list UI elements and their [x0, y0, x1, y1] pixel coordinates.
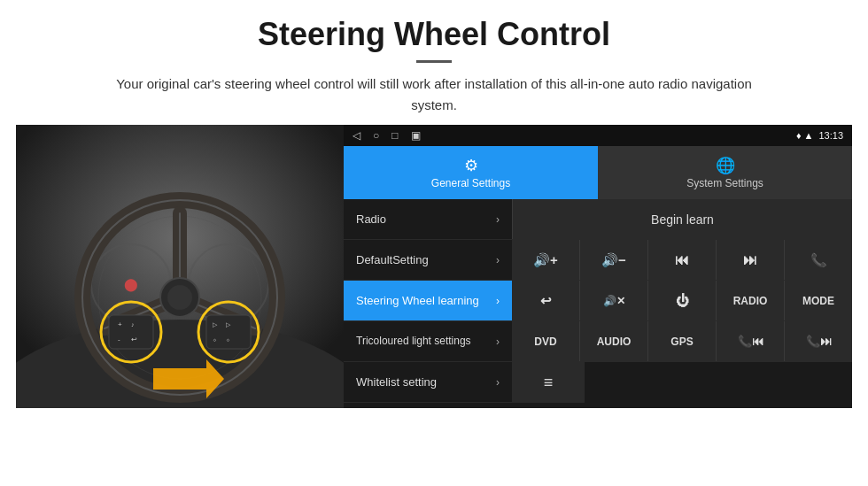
controls-row-3: DVD AUDIO GPS 📞⏮ 📞⏭: [512, 321, 852, 362]
prev-track-icon: ⏮: [675, 252, 689, 268]
title-divider: [416, 60, 452, 63]
next-track-button[interactable]: ⏭: [717, 240, 785, 280]
menu-nav-icon[interactable]: ▣: [411, 129, 421, 142]
status-bar-right: ♦ ▲ 13:13: [796, 130, 843, 141]
gps-label: GPS: [670, 336, 693, 348]
general-settings-icon: ⚙: [464, 156, 478, 175]
prev-track-button[interactable]: ⏮: [648, 240, 717, 280]
svg-rect-10: [109, 315, 153, 349]
menu-item-radio-label: Radio: [356, 212, 386, 227]
content-section: ⬤ + -: [0, 125, 868, 486]
menu-item-whitelist[interactable]: Whitelist setting ›: [344, 362, 512, 403]
tab-general-label: General Settings: [431, 177, 510, 189]
list-icon: ≡: [544, 374, 554, 392]
radio-button[interactable]: RADIO: [717, 281, 785, 320]
phone-prev-icon: 📞⏮: [738, 335, 763, 348]
steering-wheel-image: ⬤ + -: [16, 125, 344, 408]
mute-button[interactable]: 🔊✕: [580, 281, 648, 320]
tab-general[interactable]: ⚙ General Settings: [344, 146, 598, 199]
controls-row-top: Begin learn: [512, 199, 852, 240]
volume-down-icon: 🔊−: [601, 252, 626, 268]
back-nav-icon[interactable]: ◁: [353, 129, 360, 142]
status-bar: ◁ ○ □ ▣ ♦ ▲ 13:13: [344, 125, 852, 146]
power-icon: ⏻: [676, 293, 689, 308]
phone-button[interactable]: 📞: [785, 240, 852, 280]
phone-next-button[interactable]: 📞⏭: [785, 321, 852, 361]
subtitle: Your original car's steering wheel contr…: [115, 73, 753, 116]
controls-row-1: 🔊+ 🔊− ⏮ ⏭ 📞: [512, 240, 852, 281]
dvd-button[interactable]: DVD: [512, 321, 580, 361]
next-track-icon: ⏭: [743, 252, 757, 268]
mode-button[interactable]: MODE: [785, 281, 852, 320]
back-button[interactable]: ↩: [512, 281, 580, 320]
menu-item-steering-label: Steering Wheel learning: [356, 294, 479, 308]
menu-item-radio[interactable]: Radio ›: [344, 199, 512, 240]
chevron-icon-steering: ›: [496, 295, 500, 307]
svg-text:↩: ↩: [131, 336, 137, 343]
mode-label: MODE: [802, 295, 834, 307]
system-settings-icon: 🌐: [716, 156, 735, 175]
panel-body: Radio › DefaultSetting › Steering Wheel …: [344, 199, 852, 408]
menu-item-whitelist-label: Whitelist setting: [356, 375, 437, 390]
back-icon: ↩: [540, 293, 552, 309]
power-button[interactable]: ⏻: [648, 281, 717, 320]
status-bar-nav: ◁ ○ □ ▣: [353, 129, 421, 142]
page-title: Steering Wheel Control: [35, 16, 833, 53]
menu-item-default-label: DefaultSetting: [356, 253, 429, 267]
header-section: Steering Wheel Control Your original car…: [0, 0, 868, 125]
svg-text:⬤: ⬤: [124, 277, 138, 292]
menu-item-steering-wheel[interactable]: Steering Wheel learning ›: [344, 281, 512, 321]
recent-nav-icon[interactable]: □: [391, 129, 398, 142]
svg-rect-15: [206, 315, 251, 349]
settings-tabs: ⚙ General Settings 🌐 System Settings: [344, 146, 852, 199]
volume-up-icon: 🔊+: [533, 252, 558, 268]
svg-text:⬦: ⬦: [226, 336, 230, 343]
android-panel: ◁ ○ □ ▣ ♦ ▲ 13:13 ⚙ General Settings 🌐: [344, 125, 852, 408]
mute-icon: 🔊✕: [603, 295, 625, 307]
svg-text:+: +: [118, 320, 122, 328]
dvd-label: DVD: [534, 336, 556, 348]
svg-text:⬦: ⬦: [213, 336, 217, 343]
list-button[interactable]: ≡: [512, 362, 585, 403]
controls-area: Begin learn 🔊+ 🔊− ⏮: [512, 199, 852, 408]
chevron-icon-tricoloured: ›: [496, 336, 500, 348]
tab-system[interactable]: 🌐 System Settings: [598, 146, 852, 199]
menu-list: Radio › DefaultSetting › Steering Wheel …: [344, 199, 512, 408]
gps-button[interactable]: GPS: [648, 321, 717, 361]
phone-prev-button[interactable]: 📞⏮: [717, 321, 785, 361]
begin-learn-button[interactable]: Begin learn: [512, 199, 852, 239]
audio-label: AUDIO: [597, 336, 632, 348]
tab-system-label: System Settings: [686, 177, 763, 189]
chevron-icon-whitelist: ›: [496, 376, 500, 389]
menu-item-default-setting[interactable]: DefaultSetting ›: [344, 240, 512, 281]
home-nav-icon[interactable]: ○: [373, 129, 379, 142]
phone-icon: 📞: [810, 252, 827, 268]
chevron-icon-radio: ›: [496, 213, 500, 226]
menu-item-tricoloured[interactable]: Tricoloured light settings ›: [344, 321, 512, 362]
svg-text:-: -: [118, 336, 120, 343]
controls-row-2: ↩ 🔊✕ ⏻ RADIO MODE: [512, 281, 852, 321]
menu-item-tricoloured-label: Tricoloured light settings: [356, 335, 471, 347]
signal-icon: ♦ ▲: [796, 130, 814, 141]
volume-up-button[interactable]: 🔊+: [512, 240, 580, 280]
svg-point-9: [167, 285, 192, 310]
clock: 13:13: [818, 130, 843, 141]
radio-label: RADIO: [733, 295, 768, 307]
audio-button[interactable]: AUDIO: [580, 321, 648, 361]
controls-row-4: ≡: [512, 362, 852, 403]
car-image-panel: ⬤ + -: [16, 125, 344, 408]
svg-text:♪: ♪: [131, 321, 135, 328]
phone-next-icon: 📞⏭: [806, 335, 832, 348]
volume-down-button[interactable]: 🔊−: [580, 240, 648, 280]
chevron-icon-default: ›: [496, 254, 500, 266]
